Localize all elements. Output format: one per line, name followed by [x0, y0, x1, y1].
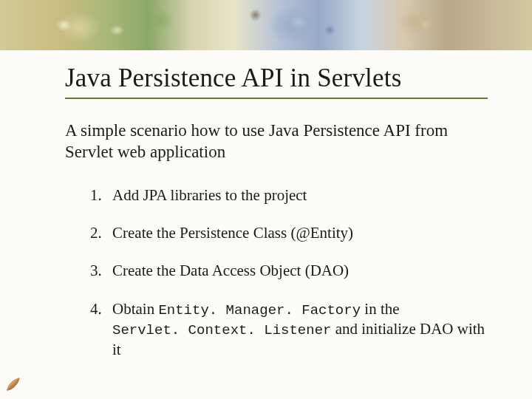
intro-text: A simple scenario how to use Java Persis… — [65, 120, 488, 163]
step-4-code-2: Servlet. Context. Listener — [112, 322, 331, 338]
step-4: Obtain Entity. Manager. Factory in the S… — [90, 299, 488, 361]
decorative-banner — [0, 0, 532, 50]
slide-title: Java Persistence API in Servlets — [65, 64, 488, 99]
step-3: Create the Data Access Object (DAO) — [90, 261, 488, 281]
leaf-icon — [4, 377, 21, 393]
step-1: Add JPA libraries to the project — [90, 185, 488, 205]
slide-content: Java Persistence API in Servlets A simpl… — [0, 50, 532, 392]
step-2: Create the Persistence Class (@Entity) — [90, 223, 488, 243]
steps-list: Add JPA libraries to the project Create … — [65, 185, 488, 361]
step-4-text-a: Obtain — [112, 300, 158, 318]
step-4-code-1: Entity. Manager. Factory — [158, 302, 361, 318]
step-4-text-b: in the — [361, 300, 400, 318]
